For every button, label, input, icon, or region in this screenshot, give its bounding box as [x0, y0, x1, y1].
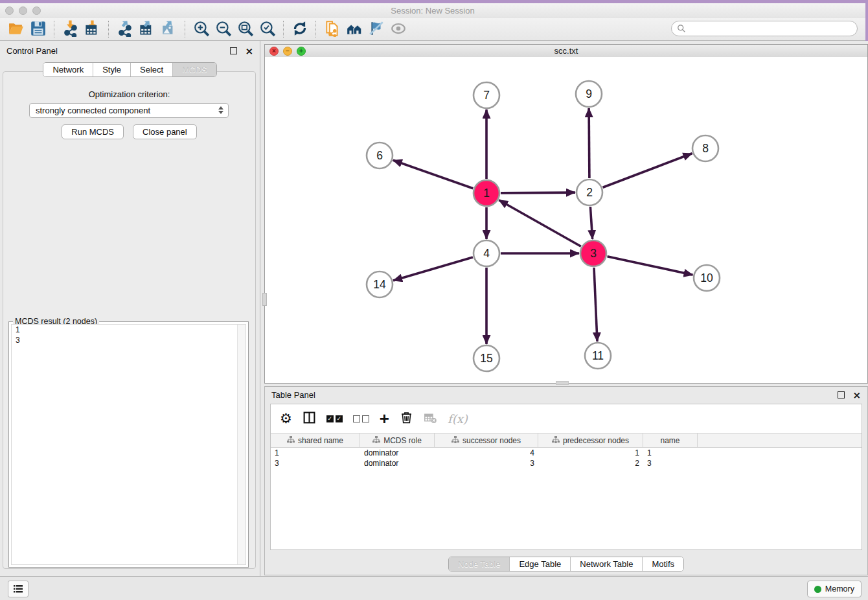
deselect-all-button[interactable]	[353, 415, 369, 422]
column-header-MCDS-role[interactable]: MCDS role	[360, 433, 435, 447]
houses-icon	[346, 20, 363, 39]
function-builder-button[interactable]: f(x)	[448, 412, 468, 426]
export-network-button[interactable]	[114, 19, 136, 39]
svg-text:9: 9	[586, 87, 592, 100]
apply-layout-button[interactable]	[289, 19, 311, 39]
main-toolbar	[0, 18, 865, 41]
open-session-button[interactable]	[5, 19, 27, 39]
export-image-button[interactable]	[158, 19, 180, 39]
graph-node-3[interactable]: 3	[580, 240, 606, 266]
network-graph: 7968124314101511	[265, 57, 867, 383]
table-row[interactable]: 1dominator411	[271, 448, 862, 458]
bird-eye-view-button[interactable]	[387, 19, 409, 39]
column-header-shared-name[interactable]: shared name	[271, 433, 360, 447]
show-cytopanel-button[interactable]	[8, 581, 29, 597]
control-panel-tabbar: NetworkStyleSelectMCDS	[43, 62, 216, 77]
zoom-in-button[interactable]	[190, 19, 212, 39]
table-rows: 1dominator4113dominator323	[271, 448, 862, 468]
search-icon	[677, 24, 686, 33]
first-neighbors-button[interactable]	[343, 19, 365, 39]
network-window-title: scc.txt	[265, 46, 867, 56]
control-panel-header: Control Panel ⨯	[0, 41, 260, 60]
toolbar-separator	[108, 21, 109, 38]
show-graphics-details-button[interactable]	[365, 19, 387, 39]
close-panel-button[interactable]: Close panel	[133, 124, 197, 139]
column-header-predecessor-nodes[interactable]: predecessor nodes	[538, 433, 643, 447]
table-panel-tab-network-table[interactable]: Network Table	[570, 557, 642, 571]
splitter-handle-bottom[interactable]	[556, 381, 569, 385]
table-cell: 4	[435, 448, 538, 458]
import-table-button[interactable]	[82, 19, 104, 39]
svg-text:11: 11	[592, 349, 604, 362]
save-session-button[interactable]	[27, 19, 49, 39]
edge-3-10	[608, 257, 693, 275]
table-panel: Table Panel ⨯ ⚙✓✓+f(x) shared nameMCDS r…	[264, 386, 868, 575]
control-panel-tab-style[interactable]: Style	[93, 63, 130, 76]
flag-slash-icon	[368, 20, 385, 39]
import-network-button[interactable]	[60, 19, 82, 39]
table-toolbar: ⚙✓✓+f(x)	[271, 404, 862, 433]
add-column-button[interactable]: +	[380, 410, 389, 427]
table-cell: 3	[271, 458, 360, 468]
list-icon	[12, 584, 24, 594]
run-mcds-button[interactable]: Run MCDS	[62, 124, 124, 139]
optimization-criterion-dropdown[interactable]: strongly connected component	[29, 103, 229, 118]
table-cell: dominator	[360, 458, 435, 468]
tree-icon	[552, 436, 560, 445]
toggle-panel-mode-button[interactable]	[303, 411, 316, 426]
table-float-panel-icon[interactable]	[838, 391, 845, 398]
search-input[interactable]	[686, 22, 857, 35]
svg-text:10: 10	[700, 271, 713, 284]
memory-button[interactable]: Memory	[807, 581, 862, 597]
close-panel-icon[interactable]: ⨯	[245, 48, 253, 54]
svg-text:6: 6	[376, 149, 383, 162]
export-table-button[interactable]	[136, 19, 158, 39]
search-box[interactable]	[671, 21, 858, 36]
control-panel-tab-network[interactable]: Network	[43, 63, 93, 76]
table-row[interactable]: 3dominator323	[271, 458, 862, 468]
trash-icon	[400, 411, 413, 426]
zoom-selected-button[interactable]	[257, 19, 279, 39]
splitter-handle-left[interactable]	[262, 293, 267, 306]
zoom-selected-icon	[259, 20, 276, 39]
delete-column-button[interactable]	[400, 411, 413, 426]
graph-node-2[interactable]: 2	[577, 179, 602, 205]
tree-icon	[451, 436, 459, 445]
table-close-panel-icon[interactable]: ⨯	[852, 392, 861, 398]
clone-network-button[interactable]	[321, 19, 343, 39]
network-canvas[interactable]: 7968124314101511	[265, 57, 867, 383]
float-panel-icon[interactable]	[230, 47, 237, 54]
svg-text:2: 2	[586, 186, 593, 199]
svg-text:3: 3	[590, 247, 597, 260]
graph-node-8[interactable]: 8	[692, 135, 718, 161]
graph-node-9[interactable]: 9	[576, 81, 602, 107]
chevron-updown-icon	[218, 106, 223, 114]
graph-node-14[interactable]: 14	[367, 271, 393, 297]
result-scrollbar[interactable]	[237, 325, 246, 564]
graph-node-1[interactable]: 1	[474, 180, 499, 206]
table-settings-button[interactable]: ⚙	[280, 412, 292, 426]
column-header-successor-nodes[interactable]: successor nodes	[435, 433, 538, 447]
check-all-icon: ✓✓	[326, 415, 343, 422]
graph-node-15[interactable]: 15	[474, 345, 499, 371]
control-panel-tab-mcds[interactable]: MCDS	[172, 63, 216, 76]
mcds-result-textarea[interactable]: 13	[11, 324, 246, 565]
zoom-fit-button[interactable]	[234, 19, 257, 39]
dropdown-value: strongly connected component	[36, 106, 150, 115]
table-cell: 3	[435, 458, 538, 468]
table-tabs: Node TableEdge TableNetwork TableMotifs	[265, 557, 867, 571]
column-header-name[interactable]: name	[643, 433, 698, 447]
select-all-button[interactable]: ✓✓	[326, 415, 343, 422]
table-panel-tab-motifs[interactable]: Motifs	[642, 557, 683, 571]
table-panel-tab-node-table[interactable]: Node Table	[449, 557, 510, 571]
zoom-out-button[interactable]	[212, 19, 234, 39]
graph-node-4[interactable]: 4	[474, 240, 499, 266]
graph-node-11[interactable]: 11	[585, 343, 611, 369]
graph-node-10[interactable]: 10	[694, 265, 720, 291]
graph-node-7[interactable]: 7	[474, 82, 499, 108]
control-panel-tabs: NetworkStyleSelectMCDS	[0, 62, 260, 77]
table-panel-tab-edge-table[interactable]: Edge Table	[509, 557, 570, 571]
control-panel-tab-select[interactable]: Select	[130, 63, 172, 76]
graph-node-6[interactable]: 6	[367, 143, 393, 168]
delete-table-button[interactable]	[424, 411, 437, 426]
